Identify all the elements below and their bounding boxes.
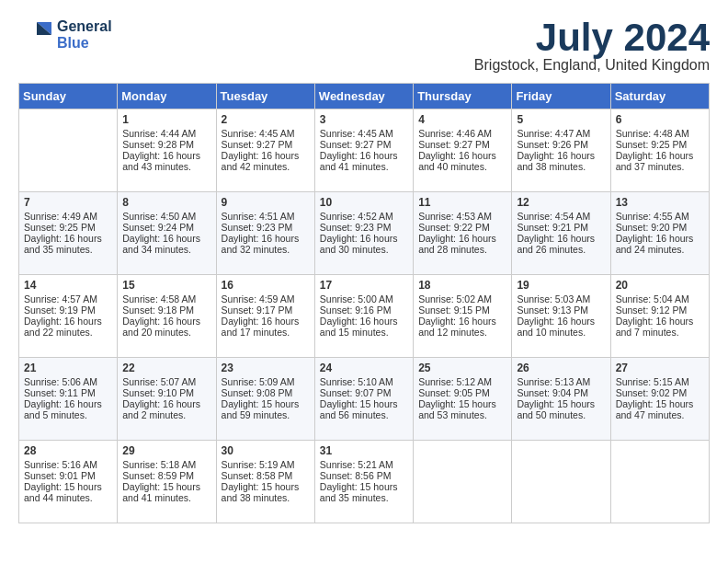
- weekday-header-tuesday: Tuesday: [216, 84, 314, 109]
- sunrise-text: Sunrise: 5:16 AM: [24, 459, 112, 470]
- calendar-cell: [414, 441, 512, 523]
- week-row-4: 21Sunrise: 5:06 AMSunset: 9:11 PMDayligh…: [19, 358, 710, 441]
- day-number: 23: [222, 362, 310, 374]
- day-number: 27: [616, 362, 704, 374]
- sunset-text: Sunset: 9:27 PM: [222, 139, 310, 150]
- sunset-text: Sunset: 8:58 PM: [222, 470, 310, 481]
- day-number: 30: [222, 444, 310, 457]
- sunrise-text: Sunrise: 5:12 AM: [418, 376, 506, 387]
- sunrise-text: Sunrise: 4:46 AM: [418, 128, 506, 139]
- calendar-cell: 8Sunrise: 4:50 AMSunset: 9:24 PMDaylight…: [118, 192, 216, 275]
- day-number: 6: [616, 113, 704, 126]
- logo: General Blue: [18, 18, 112, 52]
- sunset-text: Sunset: 9:24 PM: [122, 222, 210, 233]
- sunrise-text: Sunrise: 4:44 AM: [122, 128, 210, 139]
- daylight-text: Daylight: 16 hours and 20 minutes.: [122, 316, 210, 338]
- title-area: July 2024 Brigstock, England, United Kin…: [474, 18, 710, 74]
- calendar-cell: 29Sunrise: 5:18 AMSunset: 8:59 PMDayligh…: [118, 441, 216, 523]
- day-number: 7: [24, 196, 112, 209]
- sunrise-text: Sunrise: 5:18 AM: [122, 459, 210, 470]
- week-row-1: 1Sunrise: 4:44 AMSunset: 9:28 PMDaylight…: [19, 109, 710, 192]
- sunrise-text: Sunrise: 5:09 AM: [222, 376, 310, 387]
- calendar-cell: 2Sunrise: 4:45 AMSunset: 9:27 PMDaylight…: [216, 109, 314, 192]
- weekday-header-monday: Monday: [118, 84, 216, 109]
- sunrise-text: Sunrise: 4:45 AM: [320, 128, 408, 139]
- sunset-text: Sunset: 9:27 PM: [320, 139, 408, 150]
- daylight-text: Daylight: 16 hours and 32 minutes.: [222, 233, 310, 255]
- sunset-text: Sunset: 9:13 PM: [517, 304, 605, 316]
- daylight-text: Daylight: 16 hours and 35 minutes.: [24, 233, 112, 255]
- day-number: 9: [222, 196, 310, 209]
- calendar-cell: 18Sunrise: 5:02 AMSunset: 9:15 PMDayligh…: [414, 275, 512, 358]
- sunrise-text: Sunrise: 4:45 AM: [222, 128, 310, 139]
- daylight-text: Daylight: 15 hours and 59 minutes.: [222, 398, 310, 420]
- sunset-text: Sunset: 9:21 PM: [517, 222, 605, 233]
- calendar-cell: 20Sunrise: 5:04 AMSunset: 9:12 PMDayligh…: [610, 275, 709, 358]
- daylight-text: Daylight: 16 hours and 22 minutes.: [24, 316, 112, 338]
- sunrise-text: Sunrise: 4:57 AM: [24, 293, 112, 304]
- sunset-text: Sunset: 9:27 PM: [418, 139, 506, 150]
- day-number: 24: [320, 362, 408, 374]
- sunrise-text: Sunrise: 4:55 AM: [616, 211, 704, 222]
- month-title: July 2024: [474, 18, 710, 57]
- calendar-table: SundayMondayTuesdayWednesdayThursdayFrid…: [18, 83, 710, 523]
- sunrise-text: Sunrise: 5:15 AM: [616, 376, 704, 387]
- sunset-text: Sunset: 9:23 PM: [222, 222, 310, 233]
- calendar-cell: 6Sunrise: 4:48 AMSunset: 9:25 PMDaylight…: [610, 109, 709, 192]
- sunrise-text: Sunrise: 4:53 AM: [418, 211, 506, 222]
- sunrise-text: Sunrise: 4:47 AM: [517, 128, 605, 139]
- day-number: 28: [24, 444, 112, 457]
- day-number: 29: [122, 444, 210, 457]
- sunrise-text: Sunrise: 5:06 AM: [24, 376, 112, 387]
- day-number: 8: [122, 196, 210, 209]
- day-number: 1: [122, 113, 210, 126]
- sunrise-text: Sunrise: 5:07 AM: [122, 376, 210, 387]
- header: General Blue July 2024 Brigstock, Englan…: [18, 18, 710, 74]
- location-subtitle: Brigstock, England, United Kingdom: [474, 57, 710, 74]
- calendar-cell: 26Sunrise: 5:13 AMSunset: 9:04 PMDayligh…: [512, 358, 610, 441]
- sunset-text: Sunset: 8:56 PM: [320, 470, 408, 481]
- calendar-cell: 13Sunrise: 4:55 AMSunset: 9:20 PMDayligh…: [610, 192, 709, 275]
- daylight-text: Daylight: 16 hours and 34 minutes.: [122, 233, 210, 255]
- week-row-3: 14Sunrise: 4:57 AMSunset: 9:19 PMDayligh…: [19, 275, 710, 358]
- sunset-text: Sunset: 9:02 PM: [616, 387, 704, 398]
- sunset-text: Sunset: 9:25 PM: [24, 222, 112, 233]
- calendar-cell: [19, 109, 118, 192]
- daylight-text: Daylight: 15 hours and 56 minutes.: [320, 398, 408, 420]
- sunset-text: Sunset: 9:20 PM: [616, 222, 704, 233]
- calendar-cell: 17Sunrise: 5:00 AMSunset: 9:16 PMDayligh…: [314, 275, 413, 358]
- calendar-cell: 14Sunrise: 4:57 AMSunset: 9:19 PMDayligh…: [19, 275, 118, 358]
- day-number: 26: [517, 362, 605, 374]
- daylight-text: Daylight: 16 hours and 30 minutes.: [320, 233, 408, 255]
- day-number: 22: [122, 362, 210, 374]
- sunrise-text: Sunrise: 5:03 AM: [517, 293, 605, 304]
- sunset-text: Sunset: 9:07 PM: [320, 387, 408, 398]
- day-number: 4: [418, 113, 506, 126]
- calendar-cell: [512, 441, 610, 523]
- sunrise-text: Sunrise: 4:51 AM: [222, 211, 310, 222]
- sunrise-text: Sunrise: 4:52 AM: [320, 211, 408, 222]
- day-number: 16: [222, 279, 310, 292]
- weekday-header-wednesday: Wednesday: [314, 84, 413, 109]
- daylight-text: Daylight: 15 hours and 38 minutes.: [222, 481, 310, 503]
- calendar-cell: [610, 441, 709, 523]
- sunrise-text: Sunrise: 5:21 AM: [320, 459, 408, 470]
- daylight-text: Daylight: 16 hours and 17 minutes.: [222, 316, 310, 338]
- calendar-cell: 31Sunrise: 5:21 AMSunset: 8:56 PMDayligh…: [314, 441, 413, 523]
- day-number: 25: [418, 362, 506, 374]
- calendar-cell: 22Sunrise: 5:07 AMSunset: 9:10 PMDayligh…: [118, 358, 216, 441]
- daylight-text: Daylight: 15 hours and 47 minutes.: [616, 398, 704, 420]
- day-number: 14: [24, 279, 112, 292]
- sunset-text: Sunset: 8:59 PM: [122, 470, 210, 481]
- sunrise-text: Sunrise: 4:48 AM: [616, 128, 704, 139]
- sunset-text: Sunset: 9:22 PM: [418, 222, 506, 233]
- day-number: 21: [24, 362, 112, 374]
- daylight-text: Daylight: 16 hours and 12 minutes.: [418, 316, 506, 338]
- calendar-cell: 11Sunrise: 4:53 AMSunset: 9:22 PMDayligh…: [414, 192, 512, 275]
- calendar-cell: 7Sunrise: 4:49 AMSunset: 9:25 PMDaylight…: [19, 192, 118, 275]
- daylight-text: Daylight: 16 hours and 43 minutes.: [122, 150, 210, 172]
- daylight-text: Daylight: 16 hours and 15 minutes.: [320, 316, 408, 338]
- week-row-5: 28Sunrise: 5:16 AMSunset: 9:01 PMDayligh…: [19, 441, 710, 523]
- calendar-cell: 9Sunrise: 4:51 AMSunset: 9:23 PMDaylight…: [216, 192, 314, 275]
- calendar-cell: 25Sunrise: 5:12 AMSunset: 9:05 PMDayligh…: [414, 358, 512, 441]
